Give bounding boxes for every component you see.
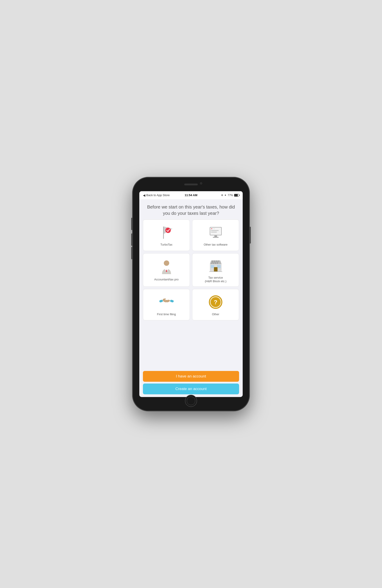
svg-point-22	[216, 269, 217, 270]
first-time-icon	[158, 294, 175, 310]
other-tax-software-label: Other tax software	[204, 243, 227, 247]
status-time: 11:54 AM	[185, 193, 197, 197]
create-account-button[interactable]: Create an account	[143, 383, 239, 394]
turbotax-icon	[158, 225, 175, 241]
option-accountant[interactable]: Accountant/tax pro	[143, 253, 190, 287]
first-time-label: First time filing	[157, 313, 176, 316]
svg-rect-10	[214, 235, 217, 237]
svg-rect-24	[159, 299, 163, 303]
phone-speaker	[184, 184, 198, 185]
have-account-button[interactable]: I have an account	[143, 371, 239, 382]
svg-rect-0	[163, 227, 164, 239]
option-turbotax[interactable]: TurboTax	[143, 220, 190, 251]
accountant-label: Accountant/tax pro	[154, 278, 178, 282]
turbotax-label: TurboTax	[160, 243, 172, 247]
status-bar: ◀ Back to App Store 11:54 AM ⊕ ✦ 77%	[139, 191, 243, 199]
tax-service-icon	[208, 257, 224, 274]
option-other-tax-software[interactable]: Other tax software	[192, 220, 239, 251]
phone-device: ◀ Back to App Store 11:54 AM ⊕ ✦ 77% Bef…	[133, 177, 249, 411]
svg-text:?: ?	[214, 299, 217, 306]
chevron-icon: ◀	[143, 193, 145, 197]
other-icon: ?	[208, 294, 224, 310]
option-tax-service[interactable]: Tax service (H&R Block etc.)	[192, 253, 239, 287]
home-button[interactable]	[185, 395, 197, 407]
other-tax-software-icon	[208, 225, 224, 241]
phone-camera	[200, 182, 202, 185]
home-button-ring	[187, 397, 195, 405]
battery-pct: 77%	[228, 194, 233, 197]
main-content: Before we start on this year's taxes, ho…	[139, 199, 243, 371]
svg-point-5	[211, 228, 212, 229]
svg-point-2	[165, 228, 171, 233]
status-indicators: ⊕ ✦ 77%	[221, 194, 239, 197]
svg-rect-20	[217, 265, 221, 268]
status-back[interactable]: ◀ Back to App Store	[143, 193, 170, 197]
battery-icon	[234, 194, 239, 197]
svg-point-7	[214, 228, 215, 229]
back-label: Back to App Store	[146, 193, 170, 197]
tax-service-label: Tax service (H&R Block etc.)	[205, 276, 226, 284]
svg-rect-25	[170, 299, 174, 303]
bluetooth-icon: ✦	[224, 194, 227, 197]
options-grid: TurboTax	[143, 220, 239, 321]
phone-screen: ◀ Back to App Store 11:54 AM ⊕ ✦ 77% Bef…	[139, 191, 243, 397]
option-first-time[interactable]: First time filing	[143, 289, 190, 320]
page-headline: Before we start on this year's taxes, ho…	[143, 204, 239, 216]
svg-rect-9	[211, 232, 217, 232]
svg-point-6	[212, 228, 213, 229]
svg-rect-8	[211, 230, 219, 231]
svg-rect-19	[211, 265, 214, 268]
bottom-buttons: I have an account Create an account	[139, 371, 243, 397]
svg-point-12	[164, 260, 169, 266]
location-icon: ⊕	[221, 194, 223, 197]
option-other[interactable]: ? Other	[192, 289, 239, 320]
svg-rect-11	[213, 237, 219, 238]
accountant-icon	[158, 259, 175, 275]
svg-rect-21	[214, 267, 217, 272]
other-label: Other	[212, 313, 219, 316]
